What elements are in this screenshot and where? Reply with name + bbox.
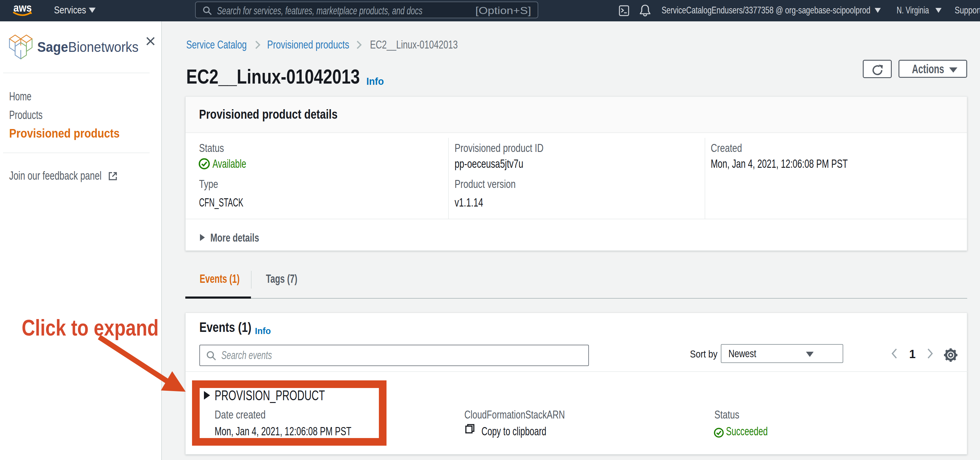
svg-text:aws: aws <box>13 2 32 14</box>
